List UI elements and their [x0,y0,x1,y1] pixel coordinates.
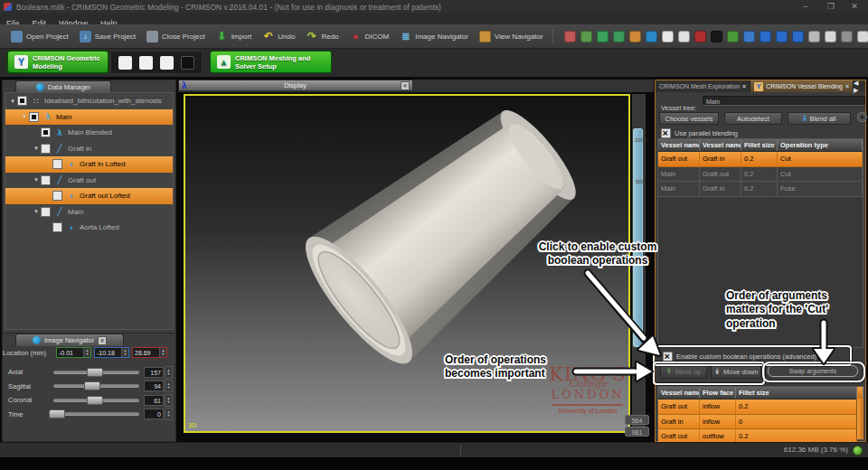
scatter-points[interactable] [139,56,153,70]
maximize-button[interactable]: ❐ [821,1,841,13]
zoom-magnifier-icon[interactable] [597,31,609,42]
camera-icon[interactable] [841,31,853,42]
polyhedron-icon[interactable] [580,31,592,42]
scissors-icon[interactable] [808,31,820,42]
workflow-tab-meshing-solver[interactable]: ▲ CRIMSON Meshing and Solver Setup [210,51,332,73]
spinner-arrows-icon[interactable]: ▲▼ [165,366,173,379]
move-down-button[interactable]: ↡ Move down [711,364,761,379]
spinner-arrows-icon[interactable]: ▲▼ [165,380,173,392]
autodetect-button[interactable]: Autodetect [724,112,782,125]
slider-handle[interactable] [87,368,103,377]
dicom-button[interactable]: ● DICOM [344,28,395,45]
vessel-tree-field[interactable]: Main [703,96,865,106]
slice-value-box-1[interactable]: 564 [625,415,649,425]
close-display-icon[interactable]: ✕ [401,81,410,90]
slider-value[interactable]: 61 [144,395,164,406]
tree-item[interactable]: ▾ Graft out Lofted [5,188,173,204]
tab-scroll-arrows-icon[interactable]: ◀ ▶ [854,80,865,94]
slider-handle[interactable] [84,381,100,390]
tree-item[interactable]: ▾ Graft out [5,173,173,189]
minimize-button[interactable]: – [796,1,816,13]
map-flag-icon[interactable] [727,31,739,42]
tree-item[interactable]: ▾ Main [5,204,173,221]
slice-value-box-2[interactable]: 981 [625,427,649,437]
measure-tool-icon[interactable] [564,31,576,42]
slider-handle[interactable] [87,396,103,405]
doc-search-icon[interactable] [857,31,868,42]
operations-table-row[interactable]: Main Graft in 0.2 Fuse [658,182,863,197]
spinner-arrows-icon[interactable]: ▲▼ [165,394,173,407]
contour-box[interactable] [181,56,194,70]
vessel-paint-icon[interactable] [662,31,674,42]
image-navigator-tab[interactable]: Image Navigator ✕ [15,334,124,346]
slider-track[interactable] [53,371,139,374]
use-parallel-row[interactable]: Use parallel blending [661,128,738,138]
visibility-checkbox[interactable] [29,112,39,122]
bar-chart-icon[interactable] [646,31,657,42]
cone-icon[interactable] [613,31,625,42]
slider-track[interactable] [53,412,139,416]
help-list-icon[interactable] [776,31,788,42]
vessel-y[interactable] [160,56,174,70]
close-tab-icon[interactable]: × [845,83,849,89]
slider-handle[interactable] [49,409,65,418]
flow-faces-table-row[interactable]: Graft in inflow 0 [658,415,857,430]
spinner-arrows-icon[interactable]: ▲▼ [83,348,90,357]
operations-table-row[interactable]: Main Graft out 0.2 Cut [658,167,863,183]
tree-item[interactable]: ▾ Idealised_bifricutation_with_stenosis [5,93,173,109]
undo-button[interactable]: ↶ Undo [257,28,300,45]
expander-icon[interactable]: ▾ [32,208,41,215]
expander-icon[interactable]: ▾ [32,176,41,183]
vessel-tree-icon[interactable] [694,31,706,42]
enable-custom-boolean-row[interactable]: Enable custom boolean operations (advanc… [663,352,816,362]
open-project-button[interactable]: Open Project [5,28,74,45]
list-icon[interactable] [825,31,836,42]
tree-item[interactable]: ▾ Graft in Lofted [5,156,173,173]
help-icon[interactable] [760,31,771,42]
visibility-checkbox[interactable] [17,96,27,106]
tree-item[interactable]: ▾ Graft in [5,141,173,157]
visibility-checkbox[interactable] [41,144,51,154]
tree-item[interactable]: ▾ Aorta Lofted [5,220,173,236]
display-tab[interactable]: λ Display ✕ [178,80,413,91]
spinner-arrows-icon[interactable]: ▲▼ [121,348,128,357]
visibility-checkbox[interactable] [52,159,62,169]
save-project-button[interactable]: ↓ Save Project [74,28,141,45]
operations-table-row[interactable]: Graft out Graft in 0.2 Cut [658,152,863,167]
redo-button[interactable]: ↷ Redo [300,28,344,45]
scatter-icon[interactable] [678,31,690,42]
tab-vessel-blending[interactable]: Y CRIMSON Vessel Blending × [750,80,854,92]
clip-box-icon[interactable] [743,31,755,42]
view-navigator-button[interactable]: View Navigator [474,28,549,45]
visibility-checkbox[interactable] [52,222,62,232]
tab-mesh-exploration[interactable]: CRIMSON Mesh Exploration × [656,80,750,92]
visibility-checkbox[interactable] [41,207,51,217]
flow-faces-table-row[interactable]: Graft out inflow 0.2 [658,400,857,415]
depth-slider-handle[interactable] [633,128,643,347]
visibility-checkbox[interactable] [41,175,51,185]
close-project-button[interactable]: Close Project [141,28,211,45]
slider-value[interactable]: 0 [144,409,164,419]
slider-track[interactable] [53,399,139,402]
location-field[interactable]: -0.01 ▲▼ [56,347,91,358]
visibility-checkbox[interactable] [41,127,51,137]
blend-all-button[interactable]: λ Blend all [788,112,851,125]
workflow-tab-geometric-modeling[interactable]: Y CRIMSON Geometric Modeling [7,51,108,73]
enable-custom-boolean-checkbox[interactable] [663,352,673,362]
label-card-icon[interactable] [629,31,641,42]
move-up-button[interactable]: ↟ Move up [660,364,707,379]
slider-track[interactable] [53,384,139,388]
image-navigator-button[interactable]: ≣ Image Navigator [394,28,474,45]
visibility-checkbox[interactable] [52,191,62,201]
slider-value[interactable]: 157 [144,367,164,378]
spinner-arrows-icon[interactable]: ▲▼ [159,348,166,357]
help-search-icon[interactable] [792,31,804,42]
tree-item[interactable]: ▾ Main [5,109,173,126]
swap-arguments-button[interactable]: Swap arguments [768,365,858,377]
use-parallel-checkbox[interactable] [661,128,671,138]
close-tab-icon[interactable]: × [742,83,746,89]
slider-value[interactable]: 94 [144,381,164,391]
data-manager-tab[interactable]: Data Manager [15,80,111,93]
spinner-arrows-icon[interactable]: ▲▼ [165,408,173,420]
import-button[interactable]: ⬇ Import [211,28,258,45]
